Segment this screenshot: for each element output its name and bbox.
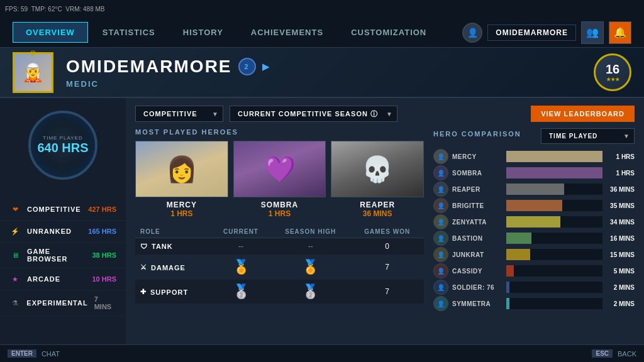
comparison-item-symmetra[interactable]: 👤 SYMMETRA 2 MINS [433, 296, 635, 311]
comp-hero-name: REAPER [452, 186, 502, 193]
view-leaderboard-button[interactable]: VIEW LEADERBOARD [531, 106, 635, 122]
level-badge: 16 ★★★ [594, 53, 631, 91]
tab-overview[interactable]: OVERVIEW [13, 22, 88, 43]
comp-hero-icon: 👤 [433, 165, 448, 180]
most-played-title: MOST PLAYED HEROES [135, 128, 424, 136]
comparison-item-brigitte[interactable]: 👤 BRIGITTE 35 MINS [433, 198, 635, 213]
mode-dropdown[interactable]: COMPETITIVE UNRANKED ARCADE [135, 106, 223, 122]
fps-counter: FPS: 59 [5, 6, 28, 13]
hero-card-mercy[interactable]: 👩 MERCY 1 HRS [135, 141, 228, 218]
comp-hero-icon: 👤 [433, 296, 448, 311]
mode-item-competitive[interactable]: ❤ COMPETITIVE 427 HRS [0, 199, 126, 221]
nav-tabs: OVERVIEW STATISTICS HISTORY ACHIEVEMENTS… [13, 22, 462, 43]
prestige-badge: 2 [238, 58, 256, 75]
role-icon-symbol: 🛡 [140, 243, 148, 250]
mode-item-game-browser[interactable]: 🖥 GAME BROWSER 38 HRS [0, 243, 126, 268]
add-friend-button[interactable]: 👥 [581, 21, 604, 44]
back-label[interactable]: BACK [618, 350, 636, 358]
hero-portrait: 💜 [233, 141, 326, 197]
sidebar: TIME PLAYED 640 HRS ❤ COMPETITIVE 427 HR… [0, 98, 126, 344]
comparison-item-bastion[interactable]: 👤 BASTION 16 MINS [433, 231, 635, 246]
bottom-left: ENTER CHAT [8, 349, 60, 358]
player-name: OMIDEMARMORE [66, 57, 232, 77]
hero-card-reaper[interactable]: 💀 REAPER 36 MINS [331, 141, 424, 218]
tab-statistics[interactable]: STATISTICS [89, 22, 169, 43]
hero-card-time: 36 MINS [331, 209, 424, 218]
comparison-item-zenyatta[interactable]: 👤 ZENYATTA 34 MINS [433, 214, 635, 229]
comp-hero-name: CASSIDY [452, 268, 502, 275]
comparison-title: HERO COMPARISON [433, 130, 521, 138]
comp-hero-name: MERCY [452, 153, 502, 160]
most-played-section: MOST PLAYED HEROES 👩 MERCY 1 HRS 💜 SOMBR… [135, 128, 424, 337]
right-content: COMPETITIVE UNRANKED ARCADE ▼ CURRENT CO… [126, 98, 644, 344]
hero-card-name: REAPER [331, 200, 424, 209]
avatar-icon: 🧝 [22, 62, 44, 83]
comp-bar [506, 151, 602, 162]
role-row: ✚ SUPPORT 🥈 🥈 7 [135, 280, 424, 304]
role-name: ⚔ DAMAGE [135, 255, 211, 280]
tab-achievements[interactable]: ACHIEVEMENTS [238, 22, 336, 43]
comp-bar [506, 298, 509, 309]
level-stars: ★★★ [606, 77, 619, 82]
mode-time: 38 HRS [92, 251, 116, 259]
season-high-col-header: SEASON HIGH [270, 226, 350, 238]
season-dropdown[interactable]: CURRENT COMPETITIVE SEASON ⓘ [230, 106, 397, 122]
mode-dropdown-wrapper: COMPETITIVE UNRANKED ARCADE ▼ [135, 106, 223, 122]
mode-item-unranked[interactable]: ⚡ UNRANKED 165 HRS [0, 221, 126, 243]
comp-hero-icon: 👤 [433, 214, 448, 229]
mode-name: UNRANKED [27, 228, 82, 235]
comp-hero-name: BRIGITTE [452, 202, 502, 209]
comparison-item-junkrat[interactable]: 👤 JUNKRAT 15 MINS [433, 247, 635, 262]
hero-portrait: 💀 [331, 141, 424, 197]
comp-value: 5 MINS [606, 268, 635, 275]
top-bar: FPS: 59 TMP: 62°C VRM: 488 MB [0, 0, 644, 18]
hero-card-time: 1 HRS [135, 209, 228, 218]
comp-bar-container [506, 184, 602, 195]
games-won-value: 7 [350, 280, 424, 304]
comp-value: 36 MINS [606, 186, 635, 193]
mode-item-arcade[interactable]: ★ ARCADE 10 HRS [0, 268, 126, 290]
games-won-value: 7 [350, 255, 424, 280]
comparison-item-sombra[interactable]: 👤 SOMBRA 1 HRS [433, 165, 635, 180]
mode-item-experimental[interactable]: ⚗ EXPERIMENTAL 7 MINS [0, 290, 126, 316]
comparison-item-cassidy[interactable]: 👤 CASSIDY 5 MINS [433, 263, 635, 278]
hero-card-name: MERCY [135, 200, 228, 209]
comp-value: 2 MINS [606, 284, 635, 291]
mode-time: 7 MINS [94, 295, 116, 310]
chat-label[interactable]: CHAT [42, 350, 60, 358]
vrm-counter: VRM: 488 MB [65, 6, 104, 13]
notification-button[interactable]: 🔔 [609, 21, 631, 44]
games-won-value: 0 [350, 238, 424, 255]
comp-bar-container [506, 249, 602, 260]
bottom-bar: ENTER CHAT ESC BACK [0, 344, 644, 362]
comparison-dropdown[interactable]: TIME PLAYED WIN PERCENTAGE ELIMINATIONS [541, 128, 635, 144]
current-rank: 🏅 [211, 255, 270, 280]
nav-bar: OVERVIEW STATISTICS HISTORY ACHIEVEMENTS… [0, 18, 644, 48]
tab-customization[interactable]: CUSTOMIZATION [338, 22, 440, 43]
crown-icon: ♛ [30, 49, 36, 58]
time-value: 640 HRS [37, 141, 88, 155]
season-high-rank: 🏅 [270, 255, 350, 280]
hero-card-sombra[interactable]: 💜 SOMBRA 1 HRS [233, 141, 326, 218]
comp-bar [506, 249, 530, 260]
role-icon-symbol: ✚ [140, 288, 147, 296]
main-content: TIME PLAYED 640 HRS ❤ COMPETITIVE 427 HR… [0, 98, 644, 344]
comp-bar-container [506, 298, 602, 309]
user-avatar[interactable]: 👤 [462, 23, 482, 43]
tab-history[interactable]: HISTORY [170, 22, 236, 43]
role-row: ⚔ DAMAGE 🏅 🏅 7 [135, 255, 424, 280]
games-won-col-header: GAMES WON [350, 226, 424, 238]
comp-bar-container [506, 282, 602, 293]
comparison-list: 👤 MERCY 1 HRS 👤 SOMBRA 1 HRS 👤 REAPER 36… [433, 149, 635, 311]
comparison-item-soldier--76[interactable]: 👤 SOLDIER: 76 2 MINS [433, 280, 635, 295]
comp-value: 2 MINS [606, 300, 635, 307]
mode-time: 10 HRS [92, 275, 116, 283]
comp-bar-container [506, 151, 602, 162]
comp-bar [506, 167, 602, 178]
comp-value: 1 HRS [606, 170, 635, 177]
comp-value: 34 MINS [606, 219, 635, 226]
comparison-item-reaper[interactable]: 👤 REAPER 36 MINS [433, 182, 635, 197]
comp-hero-icon: 👤 [433, 263, 448, 278]
comparison-item-mercy[interactable]: 👤 MERCY 1 HRS [433, 149, 635, 164]
role-name: ✚ SUPPORT [135, 280, 211, 304]
